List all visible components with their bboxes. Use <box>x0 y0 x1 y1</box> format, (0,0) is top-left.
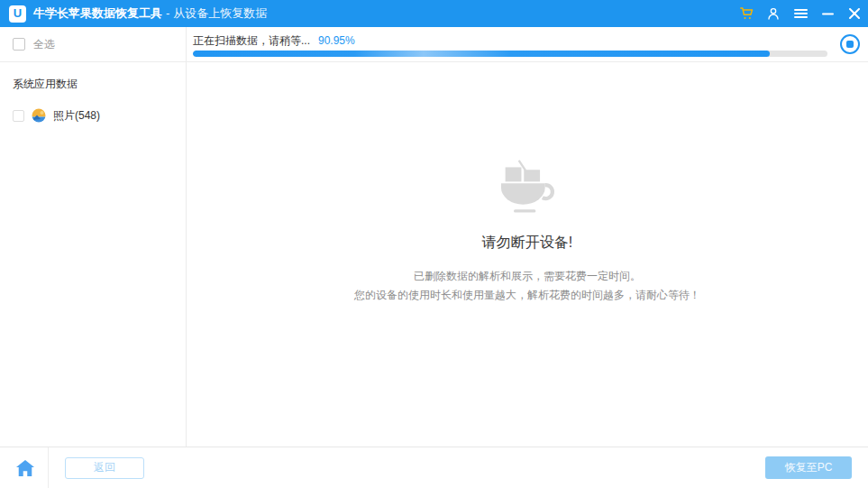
progress-bar <box>193 51 827 57</box>
scan-header: 正在扫描数据，请稍等... 90.95% <box>187 27 868 62</box>
photos-label: 照片(548) <box>53 108 100 124</box>
photo-icon <box>32 108 46 123</box>
titlebar: U 牛学长苹果数据恢复工具-从设备上恢复数据 <box>0 0 868 27</box>
app-logo-icon: U <box>9 5 26 23</box>
home-button[interactable] <box>14 456 37 480</box>
description-line-2: 您的设备的使用时长和使用量越大，解析花费的时间越多，请耐心等待！ <box>354 286 700 305</box>
scan-percent: 90.95% <box>318 34 355 47</box>
select-all-checkbox[interactable] <box>13 38 25 51</box>
main-panel: 正在扫描数据，请稍等... 90.95% <box>187 27 868 447</box>
select-all-label: 全选 <box>33 37 55 52</box>
back-button[interactable]: 返回 <box>65 457 144 479</box>
description-line-1: 已删除数据的解析和展示，需要花费一定时间。 <box>354 267 700 286</box>
stop-icon <box>846 41 854 48</box>
title-separator: - <box>166 6 169 20</box>
photos-checkbox[interactable] <box>13 110 24 122</box>
stop-scan-button[interactable] <box>840 34 860 54</box>
titlebar-controls <box>733 0 868 27</box>
app-window: U 牛学长苹果数据恢复工具-从设备上恢复数据 <box>0 0 868 488</box>
warning-title: 请勿断开设备! <box>482 234 572 253</box>
footer-divider <box>48 447 49 488</box>
section-label: 系统应用数据 <box>0 77 186 92</box>
sidebar: 全选 系统应用数据 照片(548) <box>0 27 187 447</box>
context-title: 从设备上恢复数据 <box>173 6 267 20</box>
cart-icon[interactable] <box>733 0 760 27</box>
scan-status-text: 正在扫描数据，请稍等... <box>193 34 310 47</box>
app-logo-letter: U <box>14 7 22 19</box>
footer-bar: 返回 恢复至PC <box>0 447 868 488</box>
sidebar-tree: 系统应用数据 照片(548) <box>0 62 186 140</box>
warning-description: 已删除数据的解析和展示，需要花费一定时间。 您的设备的使用时长和使用量越大，解析… <box>354 267 700 305</box>
home-icon <box>15 459 35 477</box>
scan-progress-fill <box>193 51 770 57</box>
close-icon[interactable] <box>841 0 868 27</box>
sidebar-item-photos[interactable]: 照片(548) <box>0 106 186 125</box>
menu-icon[interactable] <box>787 0 814 27</box>
window-title: 牛学长苹果数据恢复工具-从设备上恢复数据 <box>33 5 267 22</box>
content-area: 请勿断开设备! 已删除数据的解析和展示，需要花费一定时间。 您的设备的使用时长和… <box>187 62 868 447</box>
minimize-icon[interactable] <box>814 0 841 27</box>
app-body: 全选 系统应用数据 照片(548) <box>0 27 868 447</box>
recover-to-pc-button[interactable]: 恢复至PC <box>765 456 852 479</box>
scan-progress-block: 正在扫描数据，请稍等... 90.95% <box>193 32 827 57</box>
select-all-row: 全选 <box>0 27 186 62</box>
user-icon[interactable] <box>760 0 787 27</box>
coffee-cup-icon <box>495 160 560 214</box>
app-name: 牛学长苹果数据恢复工具 <box>33 6 162 20</box>
